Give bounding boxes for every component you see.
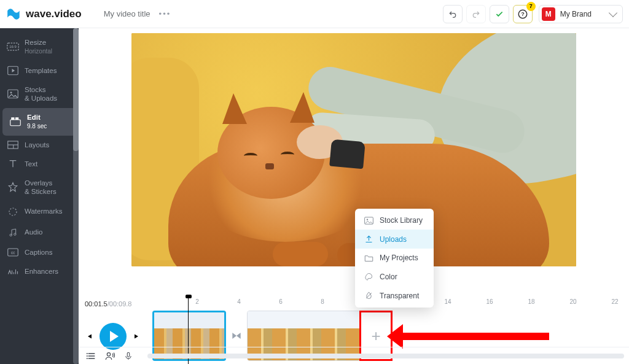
popup-label: Transparent	[380, 292, 419, 300]
audio-icon	[6, 227, 20, 238]
sidebar-scrollbar-thumb[interactable]	[73, 28, 79, 151]
sidebar-item-templates[interactable]: Templates	[0, 61, 79, 80]
sidebar-item-resize[interactable]: 16:9 ResizeHorizontal	[0, 33, 79, 61]
popup-item-transparent[interactable]: Transparent	[355, 286, 434, 305]
time-total: /00:09.8	[107, 300, 132, 308]
tool-sidebar: 16:9 ResizeHorizontal Templates Stocks &…	[0, 28, 79, 364]
sidebar-label: ResizeHorizontal	[25, 38, 52, 56]
watermarks-icon	[6, 206, 20, 217]
app-logo[interactable]: wave.video	[6, 6, 82, 22]
step-forward-icon	[133, 333, 141, 340]
project-title[interactable]: My video title	[104, 9, 150, 18]
svg-point-22	[87, 353, 88, 354]
sidebar-label: Watermarks	[25, 207, 63, 215]
sidebar-label: Audio	[25, 228, 42, 236]
popup-item-uploads[interactable]: Uploads	[355, 230, 434, 249]
ruler-tick: 14	[444, 298, 451, 305]
sidebar-label: Layouts	[25, 141, 49, 149]
zoom-scrollbar[interactable]	[147, 354, 624, 358]
svg-rect-8	[10, 120, 21, 126]
sidebar-label: Text	[25, 160, 37, 168]
add-media-popup: Stock Library Uploads My Projects Color …	[355, 209, 434, 308]
popup-item-my-projects[interactable]: My Projects	[355, 249, 434, 267]
resize-icon: 16:9	[6, 42, 20, 51]
popup-item-color[interactable]: Color	[355, 267, 434, 286]
ruler-tick: 2	[195, 298, 199, 305]
time-readout: 00:01.5/00:09.8	[85, 300, 131, 308]
wave-logo-icon	[6, 6, 22, 22]
brand-label: My Brand	[560, 10, 592, 18]
sidebar-item-edit[interactable]: Edit9.8 sec	[2, 108, 76, 136]
svg-point-25	[107, 352, 110, 355]
microphone-button[interactable]	[120, 349, 136, 363]
logo-text: wave.video	[26, 8, 82, 20]
list-view-button[interactable]	[84, 349, 100, 363]
brand-selector[interactable]: M My Brand	[539, 5, 623, 23]
popup-label: Stock Library	[380, 216, 423, 225]
play-button[interactable]	[100, 323, 127, 350]
sidebar-label: Templates	[25, 66, 57, 75]
help-button[interactable]: ? 7	[513, 5, 533, 23]
sidebar-label: Stocks & Uploads	[25, 85, 57, 103]
svg-rect-26	[127, 352, 130, 357]
folder-icon	[362, 254, 375, 262]
step-back-button[interactable]	[85, 332, 93, 341]
video-preview[interactable]	[131, 33, 576, 266]
project-menu-button[interactable]: •••	[159, 9, 171, 18]
templates-icon	[6, 66, 20, 76]
ruler-tick: 18	[528, 298, 534, 305]
transition-button[interactable]	[229, 328, 244, 344]
sidebar-label: Enhancers	[25, 267, 58, 276]
transparent-icon	[362, 291, 375, 300]
layouts-icon	[6, 141, 20, 149]
mic-icon	[124, 351, 133, 361]
redo-icon	[471, 9, 481, 19]
svg-rect-9	[11, 117, 14, 120]
svg-point-24	[87, 358, 88, 359]
sidebar-item-layouts[interactable]: Layouts	[0, 136, 79, 154]
svg-text:?: ?	[521, 11, 525, 17]
svg-text:cc: cc	[11, 250, 15, 255]
captions-icon: cc	[6, 248, 20, 257]
sidebar-item-enhancers[interactable]: Enhancers	[0, 261, 79, 281]
redo-button[interactable]	[466, 5, 486, 23]
svg-rect-10	[15, 117, 18, 120]
popup-label: Color	[380, 273, 397, 281]
ruler-tick: 6	[279, 298, 283, 305]
sidebar-item-watermarks[interactable]: Watermarks	[0, 201, 79, 222]
enhancers-icon	[6, 266, 20, 276]
person-voice-icon	[105, 351, 115, 361]
sidebar-item-overlays[interactable]: Overlays & Stickers	[0, 174, 79, 201]
brand-avatar: M	[542, 7, 555, 21]
svg-point-20	[366, 219, 368, 220]
stocks-icon	[6, 89, 20, 99]
voiceover-button[interactable]	[102, 349, 118, 363]
sidebar-label: Overlays & Stickers	[25, 179, 57, 196]
undo-button[interactable]	[443, 5, 463, 23]
ruler-tick: 22	[611, 298, 618, 305]
help-badge: 7	[526, 2, 536, 11]
sidebar-item-text[interactable]: Text	[0, 154, 79, 174]
sidebar-item-stocks[interactable]: Stocks & Uploads	[0, 80, 79, 108]
popup-item-stock-library[interactable]: Stock Library	[355, 211, 434, 230]
play-icon	[110, 331, 119, 342]
sidebar-label: Captions	[25, 248, 52, 257]
approve-button[interactable]	[490, 5, 509, 23]
step-back-icon	[85, 333, 93, 340]
check-icon	[495, 10, 504, 18]
svg-text:16:9: 16:9	[9, 45, 16, 49]
svg-marker-5	[12, 69, 15, 72]
edit-icon	[9, 117, 22, 126]
list-icon	[87, 352, 96, 360]
upload-icon	[362, 234, 375, 244]
svg-point-15	[10, 234, 12, 236]
sidebar-label: Edit9.8 sec	[27, 113, 47, 131]
svg-point-7	[10, 92, 12, 94]
sidebar-item-captions[interactable]: cc Captions	[0, 243, 79, 261]
chevron-down-icon	[609, 8, 617, 17]
image-icon	[362, 217, 375, 225]
step-forward-button[interactable]	[133, 332, 141, 341]
sidebar-item-audio[interactable]: Audio	[0, 222, 79, 243]
time-current: 00:01.5	[85, 300, 107, 308]
svg-point-14	[9, 208, 17, 215]
